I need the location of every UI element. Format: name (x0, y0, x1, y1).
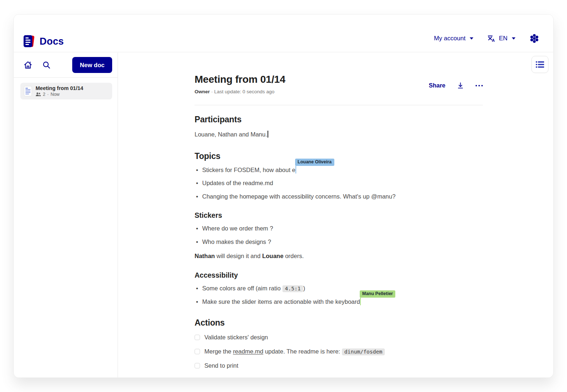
ellipsis-icon (476, 85, 477, 86)
text-caret (268, 131, 268, 138)
language-label: EN (499, 35, 507, 42)
chevron-down-icon (470, 37, 473, 40)
app-header: Docs My account A EN (14, 15, 553, 52)
chevron-down-icon (512, 37, 515, 40)
collab-cursor-louane: Louane Oliveira (295, 166, 297, 173)
stickers-list: Where do we order them ? Who makes the d… (195, 224, 483, 246)
list-item: Where do we order them ? (195, 224, 483, 233)
todo-list: Validate stickers' design Merge the read… (195, 333, 483, 370)
download-icon (457, 82, 464, 89)
list-item: Some colors are off (aim ratio 4.5:1) (195, 284, 483, 293)
collab-cursor-manu: Manu Pelletier (360, 298, 361, 305)
document-meta: Owner · Last update: 0 seconds ago (195, 89, 285, 94)
app-logo[interactable]: Docs (23, 34, 64, 49)
translate-icon: A (487, 34, 496, 43)
sidebar: New doc Meeting from 01/14 (14, 53, 118, 377)
todo-item: Send to print (195, 361, 483, 370)
title-divider (195, 105, 483, 105)
heading-actions: Actions (195, 318, 483, 328)
search-button[interactable] (41, 59, 52, 71)
todo-item: Merge the readme.md update. The readme i… (195, 347, 483, 356)
home-button[interactable] (22, 59, 34, 71)
document-icon (24, 86, 32, 96)
la-suite-apps-button[interactable] (529, 33, 539, 44)
document-actions: Share (429, 80, 483, 91)
members-icon (36, 92, 41, 97)
table-of-contents-button[interactable] (531, 56, 548, 73)
app-title: Docs (40, 36, 64, 47)
todo-checkbox[interactable] (195, 335, 200, 340)
share-button[interactable]: Share (429, 82, 445, 89)
list-item: Stickers for FOSDEM, how about eLouane O… (195, 166, 483, 175)
readme-link[interactable]: readme.md (233, 348, 263, 355)
doc-item-meta: 2 · Now (36, 92, 83, 97)
document-area: Meeting from 01/14 Owner · Last update: … (195, 53, 483, 377)
my-account-label: My account (434, 35, 465, 42)
document-title[interactable]: Meeting from 01/14 (195, 73, 285, 86)
more-options-button[interactable] (476, 83, 483, 88)
collab-cursor-label: Louane Oliveira (295, 159, 334, 166)
inline-code: 4.5:1 (282, 285, 303, 292)
collab-cursor-label: Manu Pelletier (360, 290, 396, 298)
doc-list-item[interactable]: Meeting from 01/14 2 · Now (20, 83, 112, 99)
search-icon (42, 61, 51, 69)
apps-waffle-icon (529, 33, 539, 44)
owner-badge: Owner (195, 89, 210, 94)
stickers-note: Nathan will design it and Louane orders. (195, 252, 483, 261)
todo-checkbox[interactable] (195, 363, 200, 368)
heading-accessibility: Accessibility (195, 271, 483, 279)
inline-code: dinum/fosdem (342, 348, 385, 355)
participants-text: Louane, Nathan and Manu. (195, 130, 483, 139)
accessibility-list: Some colors are off (aim ratio 4.5:1) Ma… (195, 284, 483, 306)
doc-list: Meeting from 01/14 2 · Now (14, 78, 118, 99)
topics-list: Stickers for FOSDEM, how about eLouane O… (195, 166, 483, 201)
app-window: Docs My account A EN (14, 15, 553, 377)
svg-text:A: A (492, 38, 495, 42)
heading-participants: Participants (195, 115, 483, 124)
heading-topics: Topics (195, 151, 483, 161)
sidebar-toolbar: New doc (14, 53, 118, 78)
new-doc-button[interactable]: New doc (72, 57, 112, 73)
todo-item: Validate stickers' design (195, 333, 483, 342)
doc-item-title: Meeting from 01/14 (36, 85, 83, 91)
list-item: Changing the homepage with accessibility… (195, 192, 483, 201)
list-item: Make sure the slider items are actionabl… (195, 297, 483, 306)
document-content[interactable]: Participants Louane, Nathan and Manu. To… (195, 115, 483, 377)
download-button[interactable] (455, 80, 466, 91)
my-account-menu[interactable]: My account (434, 35, 473, 42)
home-icon (23, 60, 33, 70)
list-item: Updates of the readme.md (195, 179, 483, 188)
list-item: Who makes the designs ? (195, 237, 483, 246)
todo-checkbox[interactable] (195, 349, 200, 354)
main-panel: Meeting from 01/14 Owner · Last update: … (118, 53, 553, 377)
language-selector[interactable]: A EN (487, 34, 515, 43)
last-update-text: Last update: 0 seconds ago (214, 89, 274, 94)
docs-logo-icon (23, 34, 36, 49)
heading-stickers: Stickers (195, 211, 483, 220)
list-summary-icon (535, 61, 544, 69)
